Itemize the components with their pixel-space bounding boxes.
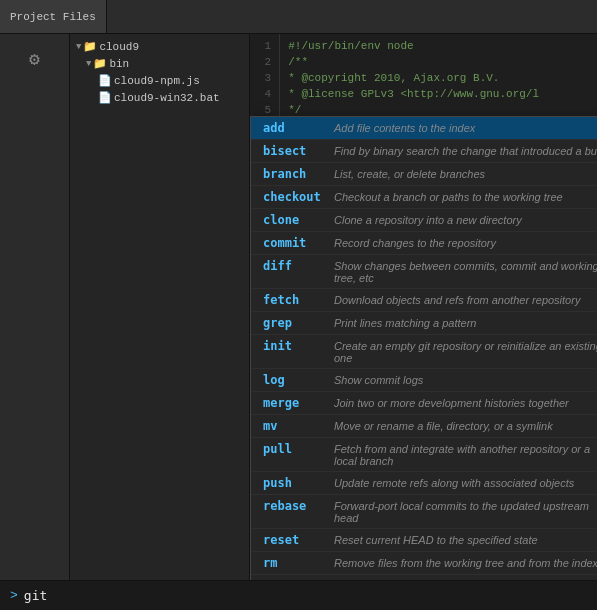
tree-label-npm: cloud9-npm.js — [114, 75, 200, 87]
ac-item-mv[interactable]: mvMove or rename a file, directory, or a… — [251, 415, 597, 438]
tree-label-cloud9: cloud9 — [99, 41, 139, 53]
ac-desc-reset: Reset current HEAD to the specified stat… — [334, 534, 538, 546]
code-editor: addAdd file contents to the indexbisectF… — [250, 34, 597, 580]
ac-item-log[interactable]: logShow commit logs — [251, 369, 597, 392]
ac-desc-bisect: Find by binary search the change that in… — [334, 145, 597, 157]
ac-command-clone: clone — [263, 213, 328, 227]
tree-arrow: ▼ — [76, 42, 81, 52]
ac-desc-diff: Show changes between commits, commit and… — [334, 260, 597, 284]
sidebar: ⚙ — [0, 34, 70, 580]
terminal-bar: > — [0, 580, 597, 610]
ac-item-checkout[interactable]: checkoutCheckout a branch or paths to th… — [251, 186, 597, 209]
ac-item-fetch[interactable]: fetchDownload objects and refs from anot… — [251, 289, 597, 312]
tree-item-bat[interactable]: 📄 cloud9-win32.bat — [70, 89, 249, 106]
code-line-2: /** — [288, 54, 589, 70]
tree-arrow-bin: ▼ — [86, 59, 91, 69]
ac-desc-branch: List, create, or delete branches — [334, 168, 485, 180]
ac-desc-add: Add file contents to the index — [334, 122, 475, 134]
ac-command-rebase: rebase — [263, 499, 328, 513]
tree-item-cloud9[interactable]: ▼ 📁 cloud9 — [70, 38, 249, 55]
ac-desc-rebase: Forward-port local commits to the update… — [334, 500, 597, 524]
tree-label-bat: cloud9-win32.bat — [114, 92, 220, 104]
ac-desc-clone: Clone a repository into a new directory — [334, 214, 522, 226]
ac-item-reset[interactable]: resetReset current HEAD to the specified… — [251, 529, 597, 552]
ac-command-checkout: checkout — [263, 190, 328, 204]
code-token: #!/usr/bin/env node — [288, 38, 413, 54]
ac-command-diff: diff — [263, 259, 328, 273]
ac-desc-mv: Move or rename a file, directory, or a s… — [334, 420, 553, 432]
ac-item-add[interactable]: addAdd file contents to the index — [251, 117, 597, 140]
ac-item-init[interactable]: initCreate an empty git repository or re… — [251, 335, 597, 369]
main-area: ⚙ ▼ 📁 cloud9 ▼ 📁 bin 📄 cloud9-npm.js 📄 c… — [0, 34, 597, 580]
folder-icon-bin: 📁 — [93, 57, 107, 70]
ac-desc-pull: Fetch from and integrate with another re… — [334, 443, 597, 467]
ac-command-branch: branch — [263, 167, 328, 181]
tree-item-npm[interactable]: 📄 cloud9-npm.js — [70, 72, 249, 89]
ac-command-pull: pull — [263, 442, 328, 456]
terminal-prompt: > — [10, 588, 18, 603]
ac-item-push[interactable]: pushUpdate remote refs along with associ… — [251, 472, 597, 495]
ac-desc-checkout: Checkout a branch or paths to the workin… — [334, 191, 563, 203]
file-icon-bat: 📄 — [98, 91, 112, 104]
ac-item-rm[interactable]: rmRemove files from the working tree and… — [251, 552, 597, 575]
ac-command-log: log — [263, 373, 328, 387]
project-files-tab[interactable]: Project Files — [0, 0, 107, 33]
ac-desc-init: Create an empty git repository or reinit… — [334, 340, 597, 364]
code-token: * @license GPLv3 <http://www.gnu.org/l — [288, 86, 539, 102]
settings-icon[interactable]: ⚙ — [15, 39, 55, 79]
terminal-input[interactable] — [24, 588, 84, 603]
ac-item-pull[interactable]: pullFetch from and integrate with anothe… — [251, 438, 597, 472]
file-tree: ▼ 📁 cloud9 ▼ 📁 bin 📄 cloud9-npm.js 📄 clo… — [70, 34, 250, 580]
code-line-3: * @copyright 2010, Ajax.org B.V. — [288, 70, 589, 86]
ac-item-branch[interactable]: branchList, create, or delete branches — [251, 163, 597, 186]
ac-command-commit: commit — [263, 236, 328, 250]
ac-command-add: add — [263, 121, 328, 135]
code-token: /** — [288, 54, 308, 70]
top-bar: Project Files — [0, 0, 597, 34]
autocomplete-dropdown: addAdd file contents to the indexbisectF… — [250, 116, 597, 580]
ac-command-merge: merge — [263, 396, 328, 410]
ac-desc-log: Show commit logs — [334, 374, 423, 386]
ac-item-diff[interactable]: diffShow changes between commits, commit… — [251, 255, 597, 289]
ac-item-rebase[interactable]: rebaseForward-port local commits to the … — [251, 495, 597, 529]
ac-command-show: show — [263, 579, 328, 580]
file-icon-npm: 📄 — [98, 74, 112, 87]
ac-item-show[interactable]: showShow various types of objects — [251, 575, 597, 580]
ac-item-clone[interactable]: cloneClone a repository into a new direc… — [251, 209, 597, 232]
ac-desc-merge: Join two or more development histories t… — [334, 397, 569, 409]
tree-label-bin: bin — [109, 58, 129, 70]
ac-item-bisect[interactable]: bisectFind by binary search the change t… — [251, 140, 597, 163]
ac-desc-rm: Remove files from the working tree and f… — [334, 557, 597, 569]
ac-item-commit[interactable]: commitRecord changes to the repository — [251, 232, 597, 255]
ac-command-mv: mv — [263, 419, 328, 433]
ac-command-fetch: fetch — [263, 293, 328, 307]
tree-item-bin[interactable]: ▼ 📁 bin — [70, 55, 249, 72]
ac-command-push: push — [263, 476, 328, 490]
project-files-label: Project Files — [10, 11, 96, 23]
folder-icon: 📁 — [83, 40, 97, 53]
code-token: * @copyright 2010, Ajax.org B.V. — [288, 70, 499, 86]
ac-command-init: init — [263, 339, 328, 353]
ac-command-reset: reset — [263, 533, 328, 547]
ac-desc-commit: Record changes to the repository — [334, 237, 496, 249]
ac-desc-grep: Print lines matching a pattern — [334, 317, 476, 329]
ac-desc-fetch: Download objects and refs from another r… — [334, 294, 580, 306]
code-line-1: #!/usr/bin/env node — [288, 38, 589, 54]
ac-command-bisect: bisect — [263, 144, 328, 158]
ac-item-merge[interactable]: mergeJoin two or more development histor… — [251, 392, 597, 415]
code-line-4: * @license GPLv3 <http://www.gnu.org/l — [288, 86, 589, 102]
ac-command-grep: grep — [263, 316, 328, 330]
ac-command-rm: rm — [263, 556, 328, 570]
ac-desc-push: Update remote refs along with associated… — [334, 477, 574, 489]
ac-item-grep[interactable]: grepPrint lines matching a pattern — [251, 312, 597, 335]
